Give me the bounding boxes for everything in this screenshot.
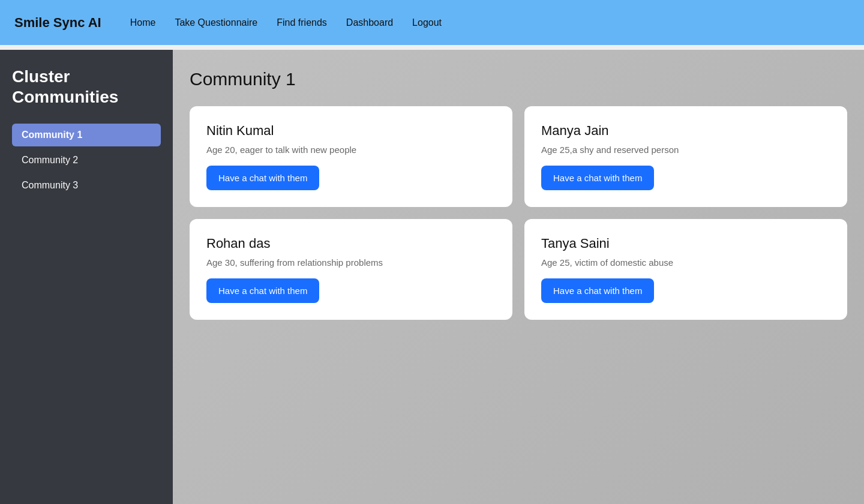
nav-find-friends[interactable]: Find friends [277,17,327,28]
chat-button-1[interactable]: Have a chat with them [541,166,654,190]
member-card-0: Nitin Kumal Age 20, eager to talk with n… [190,106,512,207]
page-title: Community 1 [190,69,847,89]
member-name-0: Nitin Kumal [206,123,496,139]
member-description-3: Age 25, victim of domestic abuse [541,257,830,268]
sidebar-item-community-1[interactable]: Community 1 [12,124,161,146]
sidebar-item-community-2[interactable]: Community 2 [12,149,161,172]
member-card-3: Tanya Saini Age 25, victim of domestic a… [524,219,847,320]
members-grid: Nitin Kumal Age 20, eager to talk with n… [190,106,847,320]
member-card-2: Rohan das Age 30, suffering from relatio… [190,219,512,320]
brand-title: Smile Sync AI [14,15,101,31]
sidebar-title: Cluster Communities [12,67,161,107]
chat-button-3[interactable]: Have a chat with them [541,278,654,303]
nav-dashboard[interactable]: Dashboard [346,17,393,28]
main-layout: Cluster Communities Community 1 Communit… [0,50,864,504]
member-card-1: Manya Jain Age 25,a shy and reserved per… [524,106,847,207]
member-description-2: Age 30, suffering from relationship prob… [206,257,496,268]
nav-logout[interactable]: Logout [412,17,442,28]
sidebar: Cluster Communities Community 1 Communit… [0,50,173,504]
member-description-1: Age 25,a shy and reserved person [541,145,830,155]
member-name-3: Tanya Saini [541,236,830,251]
chat-button-0[interactable]: Have a chat with them [206,166,319,190]
member-name-2: Rohan das [206,236,496,251]
member-name-1: Manya Jain [541,123,830,139]
sidebar-item-community-3[interactable]: Community 3 [12,174,161,197]
navbar-divider [0,45,864,50]
content-area: Community 1 Nitin Kumal Age 20, eager to… [173,50,864,504]
member-description-0: Age 20, eager to talk with new people [206,145,496,155]
nav-home[interactable]: Home [130,17,156,28]
navbar: Smile Sync AI Home Take Questionnaire Fi… [0,0,864,45]
chat-button-2[interactable]: Have a chat with them [206,278,319,303]
nav-take-questionnaire[interactable]: Take Questionnaire [175,17,257,28]
